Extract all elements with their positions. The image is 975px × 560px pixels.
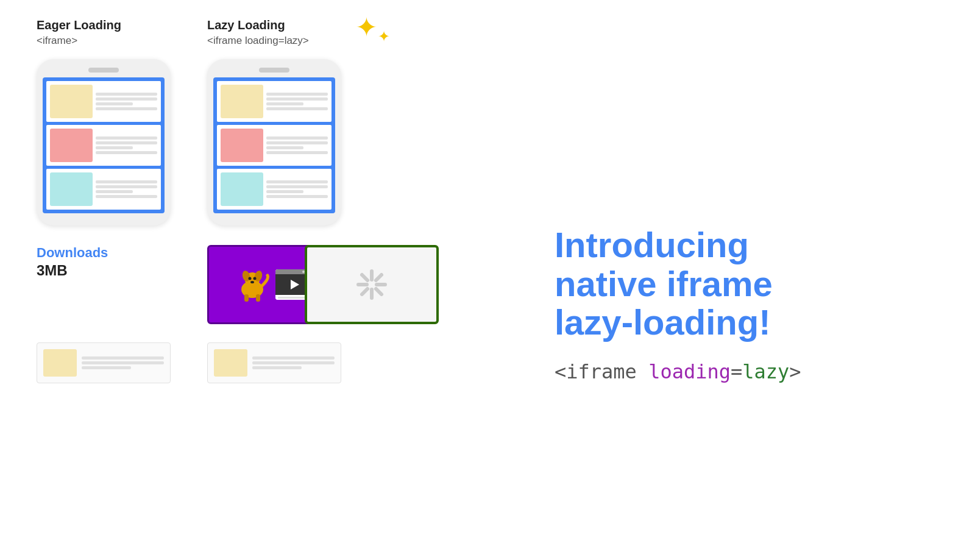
- eager-row-2: [46, 125, 161, 166]
- code-prefix: <iframe: [555, 360, 648, 383]
- phone-notch-lazy: [259, 68, 289, 73]
- card-lines-eager: [82, 349, 164, 377]
- lazy-phone-panel: [213, 77, 335, 213]
- line: [266, 190, 303, 193]
- svg-rect-8: [256, 294, 260, 302]
- eager-phone-screen: [43, 77, 165, 213]
- line: [266, 195, 328, 198]
- card-thumb-lazy: [214, 349, 247, 377]
- svg-point-5: [254, 277, 257, 280]
- line: [252, 356, 335, 360]
- line: [252, 366, 302, 369]
- svg-line-15: [376, 275, 381, 280]
- line: [82, 366, 131, 369]
- line: [266, 107, 328, 110]
- eager-block-1: [50, 85, 93, 118]
- lazy-phone: [207, 59, 341, 225]
- line: [96, 93, 157, 96]
- line: [96, 102, 133, 105]
- line: [96, 141, 157, 144]
- lazy-block-1: [221, 85, 263, 118]
- line: [96, 107, 157, 110]
- intro-line3: lazy-loading!: [555, 302, 770, 342]
- lazy-iframe-box: [305, 245, 439, 324]
- svg-line-13: [362, 275, 367, 280]
- line: [96, 151, 157, 154]
- headers-row: Eager Loading <iframe> Lazy Loading <ifr…: [37, 18, 494, 54]
- eager-downloads-label: Downloads: [37, 245, 108, 261]
- eager-block-2: [50, 129, 93, 162]
- lazy-lines-3: [266, 172, 328, 206]
- eager-phone: [37, 59, 171, 225]
- lazy-title: Lazy Loading: [207, 18, 341, 32]
- line: [96, 195, 157, 198]
- line: [266, 93, 328, 96]
- lazy-phone-screen: [213, 77, 335, 213]
- play-button-icon: [291, 280, 299, 289]
- code-snippet: <iframe loading=lazy>: [555, 360, 938, 383]
- right-section: Introducing native iframe lazy-loading! …: [518, 18, 938, 542]
- eager-phone-panel: [43, 77, 165, 213]
- line: [82, 356, 164, 360]
- eager-lines-2: [96, 129, 157, 162]
- line: [96, 136, 157, 140]
- phone-notch-eager: [88, 68, 119, 73]
- line: [266, 141, 328, 144]
- line: [266, 146, 303, 149]
- lazy-block-2: [221, 129, 263, 162]
- line: [266, 185, 328, 188]
- lazy-lines-1: [266, 85, 328, 118]
- small-star-icon: ✦: [378, 29, 390, 44]
- intro-line1: Introducing: [555, 225, 749, 264]
- lazy-block-3: [221, 172, 263, 206]
- line: [82, 361, 164, 364]
- big-star-icon: ✦: [355, 14, 378, 41]
- line: [266, 97, 328, 101]
- lazy-lines-2: [266, 129, 328, 162]
- eager-lines-3: [96, 172, 157, 206]
- sparkle-decoration: ✦✦: [355, 12, 390, 43]
- lazy-bottom-card: [207, 342, 341, 383]
- eager-code: <iframe>: [37, 35, 171, 47]
- line: [96, 146, 133, 149]
- lazy-row-1: [217, 81, 332, 122]
- line: [252, 361, 335, 364]
- svg-point-6: [250, 281, 254, 283]
- lazy-header: Lazy Loading <iframe loading=lazy> ✦✦: [207, 18, 341, 54]
- code-attr-name: loading: [648, 360, 731, 383]
- main-container: Eager Loading <iframe> Lazy Loading <ifr…: [0, 0, 975, 560]
- line: [96, 190, 133, 193]
- below-phones-row: [37, 342, 494, 383]
- code-equals: =: [731, 360, 742, 383]
- dog-container: [234, 266, 271, 303]
- svg-line-14: [376, 289, 381, 294]
- introducing-text: Introducing native iframe lazy-loading!: [555, 225, 938, 342]
- line: [96, 180, 157, 183]
- eager-block-3: [50, 172, 93, 206]
- spinner-icon: [353, 266, 390, 303]
- code-attr-value: lazy: [742, 360, 789, 383]
- line: [266, 136, 328, 140]
- svg-rect-7: [244, 294, 249, 302]
- svg-point-4: [249, 277, 252, 280]
- card-thumb-eager: [43, 349, 77, 377]
- eager-downloads-group: Downloads 3MB: [37, 245, 171, 324]
- lazy-row-2: [217, 125, 332, 166]
- eager-title: Eager Loading: [37, 18, 171, 32]
- lazy-code: <iframe loading=lazy>: [207, 35, 341, 47]
- intro-line2: native iframe: [555, 264, 773, 303]
- line: [266, 102, 303, 105]
- eager-row-1: [46, 81, 161, 122]
- eager-header: Eager Loading <iframe>: [37, 18, 171, 54]
- lazy-row-3: [217, 169, 332, 210]
- dog-icon: [234, 266, 271, 303]
- left-section: Eager Loading <iframe> Lazy Loading <ifr…: [37, 18, 494, 542]
- card-lines-lazy: [252, 349, 335, 377]
- eager-downloads-size: 3MB: [37, 262, 68, 279]
- code-suffix: >: [789, 360, 801, 383]
- line: [266, 180, 328, 183]
- svg-line-16: [362, 289, 367, 294]
- eager-bottom-card: [37, 342, 171, 383]
- phones-row: [37, 59, 494, 225]
- line: [266, 151, 328, 154]
